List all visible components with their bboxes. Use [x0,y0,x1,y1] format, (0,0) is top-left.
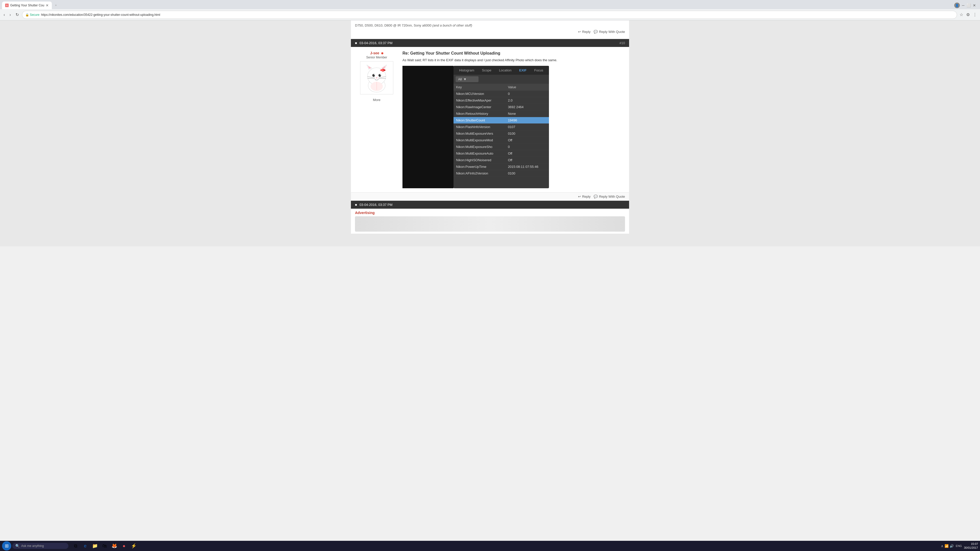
reply-button-bottom[interactable]: ↩ Reply [578,195,590,198]
address-bar[interactable]: 🔒 Secure https://nikonites.com/education… [22,11,957,19]
exif-value: Off [505,137,549,143]
reply-with-quote-button-top[interactable]: 💬 Reply With Quote [593,30,625,34]
next-post-date: ■ 03-04-2016, 03:37 PM [355,203,393,206]
post-icon: ■ [355,41,357,45]
secure-badge: 🔒 Secure [25,13,40,17]
exif-row[interactable]: Nikon:MCUVersion0 [453,91,549,97]
page-content: D750, D500, D610, D800 @ IR 720nm, Sony … [351,21,629,233]
tab-exif[interactable]: EXIF [515,67,530,74]
post-body: J-see Senior Member [351,47,629,192]
post-number: #10 [619,41,625,45]
post-actions-bottom: ↩ Reply 💬 Reply With Quote [351,192,629,201]
back-button[interactable]: ‹ [2,11,6,18]
exif-panel: Histogram Scope Location EXIF Focus All … [453,66,549,188]
exif-row[interactable]: Nikon:RawImageCenter3692 2464 [453,103,549,110]
exif-row[interactable]: Nikon:ShutterCount19496 [453,117,549,124]
exif-row[interactable]: Nikon:PowerUpTime2015:08:11 07:55:46 [453,163,549,170]
exif-key: Nikon:MultiExposureVers [453,130,505,137]
minimize-button[interactable]: ─ [962,3,964,7]
reply-button-top[interactable]: ↩ Reply [578,30,590,34]
exif-row[interactable]: Nikon:MultiExposureModOff [453,137,549,143]
exif-row[interactable]: Nikon:HighISONoiseredOff [453,157,549,163]
svg-point-17 [382,69,384,71]
post-header: ■ 03-04-2016, 03:37 PM #10 [351,39,629,47]
exif-value: 3692 2464 [505,103,549,110]
close-tab-button[interactable]: ✕ [46,3,49,7]
exif-value: 0100 [505,170,549,176]
svg-point-9 [380,75,381,76]
toolbar-icons: ☆ ⚙ ⋮ [959,11,978,18]
exif-key: Nikon:RawImageCenter [453,103,505,110]
username[interactable]: J-see [370,51,379,55]
exif-row[interactable]: Nikon:MultiExposureVers0100 [453,130,549,137]
inactive-tab[interactable]: + [52,2,60,9]
user-title: Senior Member [355,56,398,59]
post-text: As Walt said; RT lists it in the EXIF da… [402,58,625,63]
exif-value: 2015:08:11 07:55:46 [505,163,549,170]
browser-toolbar: ‹ › ↻ 🔒 Secure https://nikonites.com/edu… [0,9,980,21]
svg-point-7 [379,74,381,77]
post-title: Re: Getting Your Shutter Count Without U… [402,51,625,56]
tab-favicon: N [5,3,9,7]
exif-key: Nikon:RetouchHistory [453,110,505,117]
maximize-button[interactable]: ⬜ [966,3,971,7]
more-button[interactable]: More [373,98,380,102]
ad-section: Advertising [351,209,629,233]
url-text: https://nikonites.com/education/35422-ge… [41,13,160,17]
tab-histogram[interactable]: Histogram [455,67,478,74]
exif-row[interactable]: Nikon:AFInfo2Version0100 [453,170,549,176]
svg-point-10 [376,77,377,78]
tab-bar: N Getting Your Shutter Cou ✕ + 👤 ─ ⬜ ✕ [0,0,980,9]
tab-location[interactable]: Location [495,67,515,74]
col-value: Value [505,84,549,91]
exif-row[interactable]: Nikon:MultiExposureSho0 [453,143,549,150]
forward-button[interactable]: › [8,11,12,18]
dropdown-chevron-icon: ▼ [463,77,466,81]
exif-key: Nikon:MultiExposureSho [453,143,505,150]
exif-value: Off [505,150,549,157]
tab-focus[interactable]: Focus [531,67,547,74]
profile-icon[interactable]: 👤 [954,3,960,8]
exif-table: Key Value Nikon:MCUVersion0Nikon:Effecti… [453,84,549,177]
post-date: ■ 03-04-2016, 03:37 PM [355,41,393,45]
active-tab[interactable]: N Getting Your Shutter Cou ✕ [2,2,52,9]
exif-key: Nikon:ShutterCount [453,117,505,124]
exif-dropdown[interactable]: All ▼ [455,76,479,82]
reply-icon-top: ↩ [578,30,581,34]
post-number-link[interactable]: #10 [619,41,625,45]
next-post-icon: ■ [355,203,357,206]
refresh-button[interactable]: ↻ [14,11,21,18]
exif-value: Off [505,157,549,163]
exif-key: Nikon:AFInfo2Version [453,170,505,176]
bookmark-button[interactable]: ☆ [959,11,964,18]
exif-key: Nikon:EffectiveMaxAper [453,97,505,103]
exif-tabs: Histogram Scope Location EXIF Focus [453,66,549,75]
left-dark-panel [402,66,453,188]
avatar-image [361,62,392,93]
exif-row[interactable]: Nikon:RetouchHistoryNone [453,110,549,117]
exif-value: 2.0 [505,97,549,103]
username-container: J-see [355,51,398,55]
exif-row[interactable]: Nikon:EffectiveMaxAper2.0 [453,97,549,103]
exif-key: Nikon:PowerUpTime [453,163,505,170]
next-post-header: ■ 03-04-2016, 03:37 PM [351,201,629,209]
exif-key: Nikon:MCUVersion [453,91,505,97]
menu-button[interactable]: ⋮ [972,11,978,18]
top-post-area: D750, D500, D610, D800 @ IR 720nm, Sony … [351,21,629,39]
exif-value: 19496 [505,117,549,124]
tab-scope[interactable]: Scope [478,67,495,74]
exif-row[interactable]: Nikon:MultiExposureAutoOff [453,150,549,157]
close-window-button[interactable]: ✕ [973,3,976,7]
reply-with-quote-button-bottom[interactable]: 💬 Reply With Quote [593,195,625,198]
reply-quote-icon-bottom: 💬 [593,195,598,198]
ad-label: Advertising [355,211,625,215]
ad-banner [355,216,625,232]
exif-row[interactable]: Nikon:FlashInfoVersion0107 [453,124,549,130]
extensions-button[interactable]: ⚙ [965,11,971,18]
exif-value: 0 [505,91,549,97]
exif-value: None [505,110,549,117]
browser-chrome: N Getting Your Shutter Cou ✕ + 👤 ─ ⬜ ✕ ‹… [0,0,980,21]
exif-value: 0100 [505,130,549,137]
exif-key: Nikon:MultiExposureAuto [453,150,505,157]
exif-screenshot-container: Histogram Scope Location EXIF Focus All … [402,66,625,188]
